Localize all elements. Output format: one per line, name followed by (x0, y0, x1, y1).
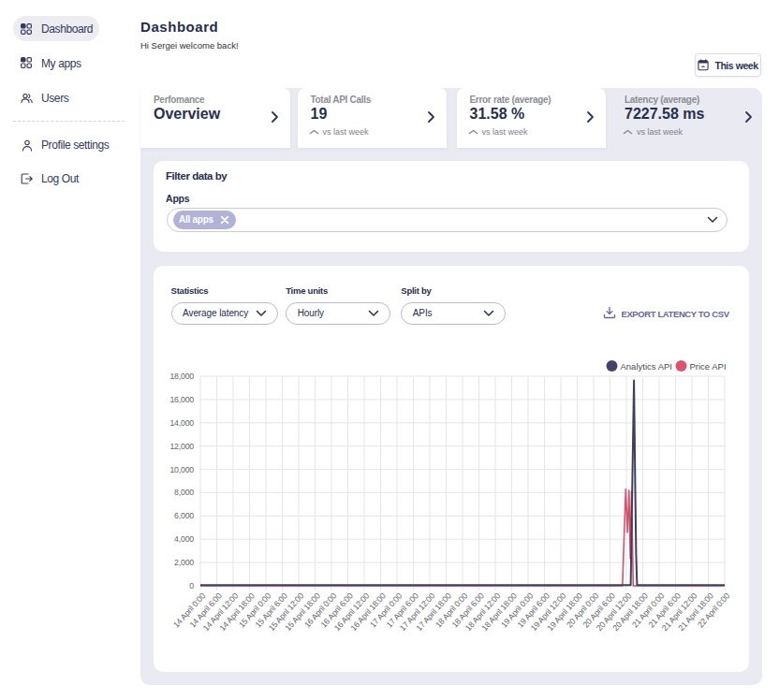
svg-text:10,000: 10,000 (169, 465, 194, 474)
svg-text:6,000: 6,000 (174, 511, 194, 520)
svg-text:16,000: 16,000 (169, 395, 194, 404)
svg-text:2,000: 2,000 (174, 558, 194, 567)
svg-text:4,000: 4,000 (174, 534, 194, 544)
svg-text:14,000: 14,000 (169, 418, 194, 428)
svg-text:Price API: Price API (690, 361, 727, 372)
svg-text:Analytics API: Analytics API (621, 361, 672, 372)
svg-text:0: 0 (189, 581, 194, 591)
svg-text:18,000: 18,000 (169, 372, 194, 381)
svg-text:12,000: 12,000 (169, 442, 194, 451)
svg-text:8,000: 8,000 (174, 488, 194, 497)
